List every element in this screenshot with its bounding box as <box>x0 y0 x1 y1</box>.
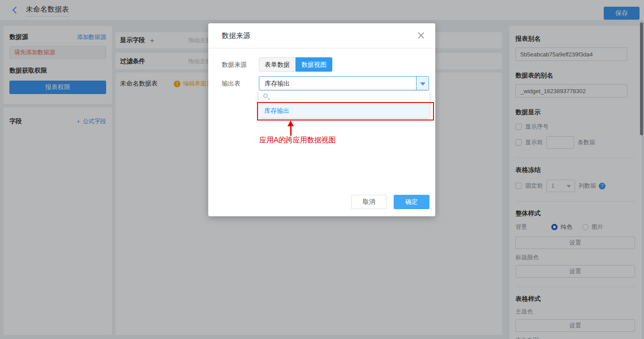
output-table-label: 输出表 <box>222 76 259 90</box>
close-icon[interactable]: × <box>416 30 425 41</box>
tab-data-view[interactable]: 数据视图 <box>296 57 332 72</box>
output-table-value: 库存输出 <box>259 77 429 90</box>
dropdown-search-input[interactable] <box>259 90 429 104</box>
output-table-select[interactable]: 库存输出 <box>259 76 429 90</box>
dialog-title: 数据来源 <box>222 23 250 48</box>
annotation-arrow-line <box>290 126 292 136</box>
source-type-label: 数据来源 <box>222 57 259 72</box>
annotation-text: 应用A的跨应用数据视图 <box>259 136 336 145</box>
data-source-dialog: 数据来源 × 数据来源 表单数据 数据视图 输出表 库存输出 取消 确定 <box>208 23 435 216</box>
search-icon <box>263 94 268 98</box>
dropdown-option-inventory-output[interactable]: 库存输出 <box>259 104 429 118</box>
dialog-header: 数据来源 × <box>208 23 435 48</box>
confirm-button[interactable]: 确定 <box>394 195 429 209</box>
caret-down-icon <box>420 82 425 86</box>
tab-form-data[interactable]: 表单数据 <box>259 57 296 72</box>
output-table-dropdown: 库存输出 <box>259 90 429 118</box>
source-type-tabs: 表单数据 数据视图 <box>259 57 332 72</box>
cancel-button[interactable]: 取消 <box>351 195 387 209</box>
select-caret-button[interactable] <box>416 77 429 90</box>
